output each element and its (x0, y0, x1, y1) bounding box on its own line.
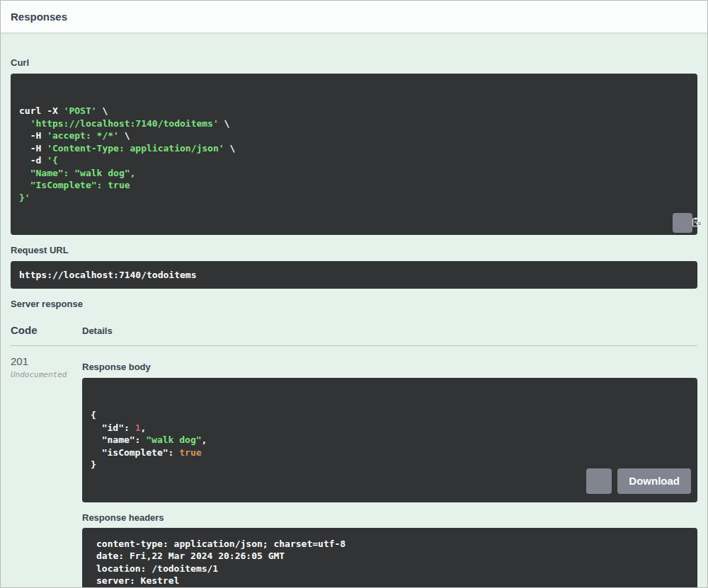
server-response-table: Code Details 201 Undocumented Response b… (11, 324, 697, 588)
response-headers-label: Response headers (82, 512, 697, 523)
server-response-title: Server response (11, 299, 697, 309)
response-details-cell: Response body { "id": 1, "name": "walk d… (82, 346, 697, 588)
response-headers-block: content-type: application/json; charset=… (82, 528, 697, 588)
undocumented-note: Undocumented (11, 370, 82, 379)
server-response-table-head: Code Details (11, 324, 697, 346)
request-url-label: Request URL (11, 245, 697, 255)
details-column-header: Details (82, 324, 697, 336)
section-header: Responses (1, 1, 707, 33)
curl-label: Curl (11, 57, 697, 68)
response-body-controls: Download (586, 468, 691, 494)
server-response-row: 201 Undocumented Response body { "id": 1… (11, 346, 697, 588)
copy-icon (663, 206, 701, 241)
response-body-block: { "id": 1, "name": "walk dog", "isComple… (82, 378, 697, 502)
copy-curl-button[interactable] (673, 213, 692, 233)
responses-panel: Responses Curl curl -X 'POST' \ 'https:/… (0, 0, 708, 588)
request-url-value: https://localhost:7140/todoitems (19, 270, 196, 280)
curl-command-block: curl -X 'POST' \ 'https://localhost:7140… (11, 74, 697, 235)
status-code: 201 (11, 346, 82, 367)
status-code-cell: 201 Undocumented (11, 346, 82, 588)
copy-response-button[interactable] (586, 468, 612, 494)
section-title: Responses (11, 11, 67, 23)
code-column-header: Code (11, 324, 82, 336)
request-url-block: https://localhost:7140/todoitems (11, 261, 697, 289)
response-body-label: Response body (82, 362, 697, 372)
download-button[interactable]: Download (617, 468, 691, 494)
responses-content: Curl curl -X 'POST' \ 'https://localhost… (1, 57, 707, 588)
